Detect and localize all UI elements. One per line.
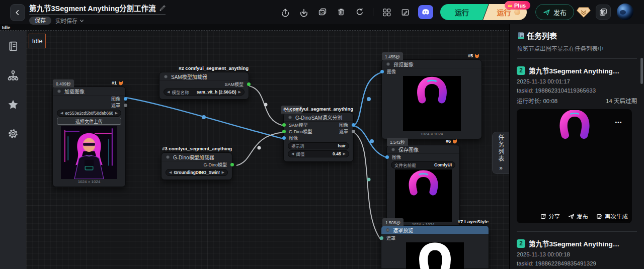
node-header[interactable]: G-DinoSAM语义分割 (284, 113, 353, 122)
edit-title-icon[interactable] (159, 5, 166, 11)
chevron-down-icon (79, 19, 84, 23)
input-image-port[interactable]: 图像 (382, 68, 481, 75)
task-item[interactable]: 2 第九节3Segment Anything… 2025-11-13 00:01… (517, 65, 637, 223)
upload-file-button[interactable]: 选择文件上传 (57, 118, 121, 125)
tasklist-collapse-tab[interactable]: 任务列表 » (492, 132, 509, 174)
input-mask-port[interactable]: 遮罩 (381, 235, 489, 241)
sidebar-item-favorites[interactable] (7, 98, 20, 111)
task-id: taskid: 1988623104119365633 (517, 87, 637, 94)
gdino-model-combo[interactable]: ◀ GroundingDINO_SwinT_OGC (6... ▶ (166, 169, 228, 176)
crown-icon (507, 3, 513, 8)
task-item[interactable]: 2 第九节3Segment Anything… 2025-11-13 00:00… (517, 238, 637, 266)
node-header[interactable]: SAM模型加载器 (159, 72, 249, 81)
regenerate-button[interactable]: 再次生成 (596, 212, 628, 220)
fox-icon (474, 53, 479, 58)
workflow-editor-app: 第九节3Segment Anything分割工作流 保存 实时保存 Cn (0, 0, 644, 269)
task-panel-title: 任务列表 (517, 30, 637, 41)
preview-image (403, 76, 461, 131)
svg-text:Cn: Cn (320, 11, 324, 14)
combo-right-arrow-icon[interactable]: ▶ (115, 111, 118, 115)
node-canvas[interactable]: Idle 0.409秒 #1 加载图像 图像 遮罩 (26, 24, 509, 269)
mask-preview-image (406, 242, 464, 269)
task-name: 第九节3Segment Anything… (529, 65, 619, 75)
filename-prefix-field[interactable]: 文件名前缀 ComfyUI (391, 161, 455, 168)
toolbar-divider (373, 8, 373, 16)
task-result-thumbnail[interactable]: ⋯ 分享 发布 再次生成 (517, 109, 632, 223)
workflow-logo-icon: 2 (517, 239, 525, 248)
sidebar-item-docs[interactable] (7, 40, 20, 53)
fox-icon (118, 80, 123, 85)
fox-icon (452, 139, 457, 144)
input-image-port[interactable]: 图像 (387, 154, 459, 160)
combo-right-arrow-icon[interactable]: ▶ (238, 90, 241, 94)
node-preview-image[interactable]: 1.455秒 #5 预览图像 图像 1024 × 1024 (381, 59, 482, 139)
input-gdino-model-port: G-Dino模型 (289, 128, 312, 135)
node-header[interactable]: 保存图像 (387, 145, 459, 154)
refresh-icon[interactable] (354, 7, 365, 18)
output-gdino-model-port[interactable]: G-Dino模型 (162, 161, 232, 168)
node-sam-loader[interactable]: #2 comfyui_segment_anything SAM模型加载器 SAM… (159, 72, 249, 100)
image-size-caption: 1024 × 1024 (53, 180, 125, 184)
regenerate-icon (596, 213, 603, 220)
publish-result-button[interactable]: 发布 (568, 212, 588, 220)
collapse-dot[interactable] (166, 155, 170, 159)
publish-button[interactable]: 发布 (535, 4, 574, 20)
topbar: 第九节3Segment Anything分割工作流 保存 实时保存 Cn (0, 0, 644, 24)
collapse-dot[interactable] (386, 62, 390, 66)
delete-icon[interactable] (336, 7, 347, 18)
combo-left-arrow-icon[interactable]: ◀ (167, 90, 170, 94)
image-file-combo[interactable]: ◀ ec553e2cd5b8f58dab66847aaf43... ▶ (57, 110, 121, 117)
autosave-dropdown[interactable]: 实时保存 (55, 17, 84, 25)
prompt-field[interactable]: 提示词 hair (288, 142, 349, 149)
membership-diamond-icon[interactable] (577, 7, 591, 20)
collapse-dot[interactable] (164, 75, 168, 78)
panel-scrollbar[interactable] (640, 58, 643, 84)
sidebar-item-workflows[interactable] (7, 69, 20, 82)
stepper-left-arrow-icon[interactable]: ◀ (291, 152, 294, 156)
stepper-right-arrow-icon[interactable]: ▶ (343, 152, 346, 156)
input-image-port[interactable]: 图像 (284, 135, 353, 141)
collapse-dot[interactable] (391, 148, 395, 151)
translate-icon[interactable]: Cn (317, 7, 328, 18)
output-image-port: 图像 (339, 122, 348, 128)
threshold-stepper[interactable]: ◀ 阈值 0.45 ▶ (288, 150, 349, 157)
workspace-grid-icon[interactable] (596, 5, 611, 20)
share-button[interactable]: 分享 (540, 212, 560, 220)
journal-icon (7, 40, 19, 52)
discord-icon[interactable] (418, 5, 433, 19)
user-avatar[interactable] (617, 4, 633, 20)
collapse-dot[interactable] (57, 89, 61, 93)
note-edit-icon[interactable] (399, 7, 411, 18)
download-icon[interactable] (298, 7, 309, 18)
node-load-image[interactable]: 0.409秒 #1 加载图像 图像 遮罩 ◀ ec553e2cd5b8f58da… (52, 86, 126, 187)
node-save-image[interactable]: 1.542秒 #6 保存图像 图像 文件名前缀 ComfyUI 1024 × 1… (386, 145, 460, 230)
node-mask-preview[interactable]: 1.508秒 #7 LayerStyle 遮罩预览 遮罩 (381, 225, 489, 269)
node-gdino-sam-segment[interactable]: 0.837秒 #4 comfyui_segment_anything G-Din… (283, 113, 354, 162)
more-options-icon[interactable]: ⋯ (615, 118, 623, 126)
node-header[interactable]: 遮罩预览 (381, 226, 489, 235)
port-row[interactable]: G-Dino模型 遮罩 (284, 128, 353, 135)
combo-right-arrow-icon[interactable]: ▶ (222, 170, 224, 174)
node-map-icon[interactable] (381, 7, 392, 18)
back-button[interactable] (10, 4, 25, 21)
page-title: 第九节3Segment Anything分割工作流 (29, 3, 156, 13)
combo-left-arrow-icon[interactable]: ◀ (169, 170, 172, 174)
combo-left-arrow-icon[interactable]: ◀ (60, 111, 63, 115)
node-gdino-loader[interactable]: #3 comfyui_segment_anything G-Dino模型加载器 … (161, 152, 232, 180)
upload-icon[interactable] (280, 7, 291, 18)
notebook-icon (517, 32, 525, 40)
save-button[interactable]: 保存 (29, 17, 51, 25)
collapse-dot[interactable] (288, 116, 292, 119)
output-image-port[interactable]: 图像 (53, 96, 125, 102)
run-button[interactable]: 运行 (440, 4, 489, 20)
model-name-combo[interactable]: ◀ 模型名称 sam_vit_h (2.56GB) ▶ (164, 88, 245, 96)
node-header[interactable]: 预览图像 (382, 60, 481, 68)
node-header[interactable]: G-Dino模型加载器 (162, 153, 232, 161)
output-mask-port[interactable]: 遮罩 (53, 102, 125, 109)
node-header[interactable]: 加载图像 (53, 87, 125, 96)
collapse-dot[interactable] (386, 228, 389, 232)
port-row[interactable]: SAM模型 图像 (284, 122, 353, 128)
output-sam-model-port[interactable]: SAM模型 (159, 81, 249, 87)
task-expire: 14 天后过期 (606, 97, 637, 105)
sidebar-item-settings[interactable] (7, 127, 20, 140)
